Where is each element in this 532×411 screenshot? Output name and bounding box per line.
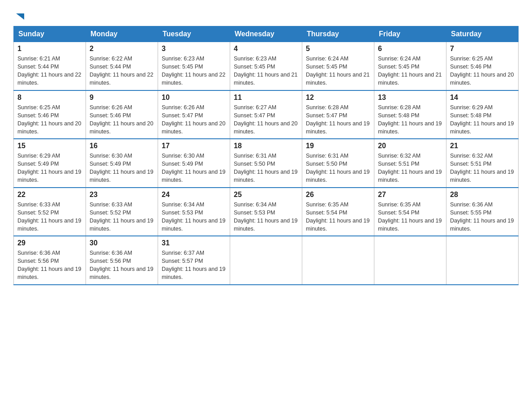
calendar-day-cell: 21 Sunrise: 6:32 AMSunset: 5:51 PMDaylig… [446,139,519,188]
day-number: 27 [378,191,442,199]
calendar-day-cell: 9 Sunrise: 6:26 AMSunset: 5:46 PMDayligh… [86,90,158,139]
calendar-day-cell: 12 Sunrise: 6:28 AMSunset: 5:47 PMDaylig… [302,90,374,139]
day-info: Sunrise: 6:36 AMSunset: 5:56 PMDaylight:… [90,249,154,282]
day-number: 29 [17,239,82,247]
day-number: 7 [450,45,515,53]
calendar-day-cell: 8 Sunrise: 6:25 AMSunset: 5:46 PMDayligh… [14,90,86,139]
day-number: 21 [450,142,515,150]
calendar-day-cell: 7 Sunrise: 6:25 AMSunset: 5:46 PMDayligh… [446,42,519,90]
calendar-table: SundayMondayTuesdayWednesdayThursdayFrid… [13,26,519,285]
calendar-day-cell: 20 Sunrise: 6:32 AMSunset: 5:51 PMDaylig… [374,139,446,188]
day-info: Sunrise: 6:36 AMSunset: 5:55 PMDaylight:… [450,201,515,233]
calendar-header: SundayMondayTuesdayWednesdayThursdayFrid… [14,26,519,42]
calendar-day-cell: 17 Sunrise: 6:30 AMSunset: 5:49 PMDaylig… [158,139,230,188]
day-number: 25 [234,191,298,199]
calendar-day-cell: 16 Sunrise: 6:30 AMSunset: 5:49 PMDaylig… [86,139,158,188]
weekday-header-sunday: Sunday [14,26,86,42]
day-info: Sunrise: 6:25 AMSunset: 5:46 PMDaylight:… [450,55,515,87]
day-info: Sunrise: 6:34 AMSunset: 5:53 PMDaylight:… [234,201,298,233]
day-info: Sunrise: 6:36 AMSunset: 5:56 PMDaylight:… [17,249,82,282]
day-number: 10 [162,94,226,102]
day-number: 11 [234,94,298,102]
calendar-day-cell: 1 Sunrise: 6:21 AMSunset: 5:44 PMDayligh… [14,42,86,90]
day-number: 28 [450,191,515,199]
calendar-day-cell: 10 Sunrise: 6:26 AMSunset: 5:47 PMDaylig… [158,90,230,139]
day-info: Sunrise: 6:24 AMSunset: 5:45 PMDaylight:… [306,55,370,87]
calendar-day-cell: 2 Sunrise: 6:22 AMSunset: 5:44 PMDayligh… [86,42,158,90]
day-info: Sunrise: 6:30 AMSunset: 5:49 PMDaylight:… [90,152,154,184]
day-info: Sunrise: 6:32 AMSunset: 5:51 PMDaylight:… [450,152,515,184]
calendar-day-cell: 23 Sunrise: 6:33 AMSunset: 5:52 PMDaylig… [86,188,158,236]
calendar-day-cell: 3 Sunrise: 6:23 AMSunset: 5:45 PMDayligh… [158,42,230,90]
logo [13,13,24,21]
calendar-week-row: 15 Sunrise: 6:29 AMSunset: 5:49 PMDaylig… [14,139,519,188]
day-number: 9 [90,94,154,102]
day-number: 3 [162,45,226,53]
day-info: Sunrise: 6:24 AMSunset: 5:45 PMDaylight:… [378,55,442,87]
calendar-body: 1 Sunrise: 6:21 AMSunset: 5:44 PMDayligh… [14,42,519,285]
day-info: Sunrise: 6:26 AMSunset: 5:46 PMDaylight:… [90,103,154,136]
calendar-day-cell [302,236,374,285]
day-number: 22 [17,191,82,199]
weekday-header-saturday: Saturday [446,26,519,42]
weekday-header-friday: Friday [374,26,446,42]
day-info: Sunrise: 6:33 AMSunset: 5:52 PMDaylight:… [17,201,82,233]
day-number: 24 [162,191,226,199]
day-number: 31 [162,239,226,247]
weekday-header-row: SundayMondayTuesdayWednesdayThursdayFrid… [14,26,519,42]
svg-marker-0 [16,13,24,20]
day-info: Sunrise: 6:23 AMSunset: 5:45 PMDaylight:… [162,55,226,87]
day-info: Sunrise: 6:32 AMSunset: 5:51 PMDaylight:… [378,152,442,184]
calendar-day-cell: 13 Sunrise: 6:28 AMSunset: 5:48 PMDaylig… [374,90,446,139]
calendar-day-cell: 4 Sunrise: 6:23 AMSunset: 5:45 PMDayligh… [230,42,302,90]
day-number: 13 [378,94,442,102]
day-number: 5 [306,45,370,53]
page-header [13,9,519,21]
day-number: 15 [17,142,82,150]
calendar-day-cell: 27 Sunrise: 6:35 AMSunset: 5:54 PMDaylig… [374,188,446,236]
day-info: Sunrise: 6:29 AMSunset: 5:49 PMDaylight:… [17,152,82,184]
day-info: Sunrise: 6:29 AMSunset: 5:48 PMDaylight:… [450,103,515,136]
day-number: 4 [234,45,298,53]
day-info: Sunrise: 6:22 AMSunset: 5:44 PMDaylight:… [90,55,154,87]
day-number: 23 [90,191,154,199]
calendar-day-cell: 11 Sunrise: 6:27 AMSunset: 5:47 PMDaylig… [230,90,302,139]
day-info: Sunrise: 6:37 AMSunset: 5:57 PMDaylight:… [162,249,226,282]
day-info: Sunrise: 6:33 AMSunset: 5:52 PMDaylight:… [90,201,154,233]
day-info: Sunrise: 6:25 AMSunset: 5:46 PMDaylight:… [17,103,82,136]
weekday-header-monday: Monday [86,26,158,42]
calendar-day-cell: 30 Sunrise: 6:36 AMSunset: 5:56 PMDaylig… [86,236,158,285]
calendar-day-cell: 5 Sunrise: 6:24 AMSunset: 5:45 PMDayligh… [302,42,374,90]
calendar-day-cell [230,236,302,285]
day-number: 2 [90,45,154,53]
day-info: Sunrise: 6:31 AMSunset: 5:50 PMDaylight:… [306,152,370,184]
day-info: Sunrise: 6:28 AMSunset: 5:48 PMDaylight:… [378,103,442,136]
day-info: Sunrise: 6:34 AMSunset: 5:53 PMDaylight:… [162,201,226,233]
weekday-header-wednesday: Wednesday [230,26,302,42]
weekday-header-thursday: Thursday [302,26,374,42]
calendar-day-cell: 31 Sunrise: 6:37 AMSunset: 5:57 PMDaylig… [158,236,230,285]
calendar-day-cell: 29 Sunrise: 6:36 AMSunset: 5:56 PMDaylig… [14,236,86,285]
calendar-day-cell [446,236,519,285]
day-number: 18 [234,142,298,150]
day-number: 8 [17,94,82,102]
day-info: Sunrise: 6:35 AMSunset: 5:54 PMDaylight:… [378,201,442,233]
day-number: 26 [306,191,370,199]
calendar-day-cell: 26 Sunrise: 6:35 AMSunset: 5:54 PMDaylig… [302,188,374,236]
calendar-week-row: 22 Sunrise: 6:33 AMSunset: 5:52 PMDaylig… [14,188,519,236]
day-number: 1 [17,45,82,53]
calendar-day-cell: 18 Sunrise: 6:31 AMSunset: 5:50 PMDaylig… [230,139,302,188]
day-info: Sunrise: 6:31 AMSunset: 5:50 PMDaylight:… [234,152,298,184]
calendar-day-cell: 22 Sunrise: 6:33 AMSunset: 5:52 PMDaylig… [14,188,86,236]
day-info: Sunrise: 6:23 AMSunset: 5:45 PMDaylight:… [234,55,298,87]
calendar-day-cell: 28 Sunrise: 6:36 AMSunset: 5:55 PMDaylig… [446,188,519,236]
day-number: 20 [378,142,442,150]
day-info: Sunrise: 6:21 AMSunset: 5:44 PMDaylight:… [17,55,82,87]
calendar-day-cell: 24 Sunrise: 6:34 AMSunset: 5:53 PMDaylig… [158,188,230,236]
calendar-day-cell: 15 Sunrise: 6:29 AMSunset: 5:49 PMDaylig… [14,139,86,188]
day-number: 6 [378,45,442,53]
logo-triangle-icon [14,12,24,21]
day-info: Sunrise: 6:28 AMSunset: 5:47 PMDaylight:… [306,103,370,136]
calendar-week-row: 8 Sunrise: 6:25 AMSunset: 5:46 PMDayligh… [14,90,519,139]
day-info: Sunrise: 6:26 AMSunset: 5:47 PMDaylight:… [162,103,226,136]
